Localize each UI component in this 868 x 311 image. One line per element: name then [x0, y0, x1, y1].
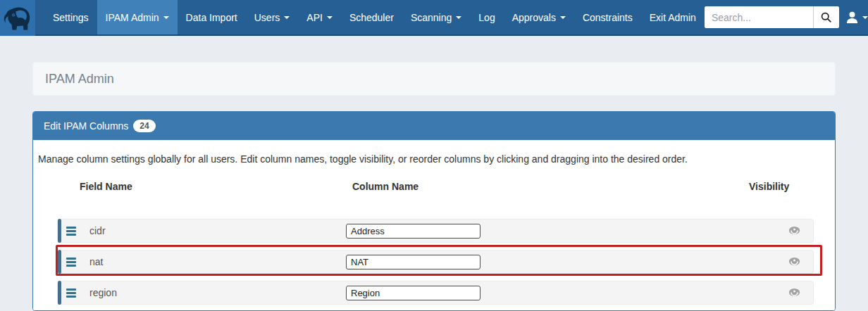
eye-visibility-icon[interactable] [788, 226, 800, 235]
field-name-label: cidr [89, 225, 106, 236]
column-row-nat[interactable]: nat [57, 250, 814, 274]
user-icon [845, 11, 859, 24]
row-wrap-region: region [57, 281, 814, 305]
search-input[interactable] [705, 6, 813, 28]
search-button[interactable] [813, 6, 839, 28]
nav-item-scanning[interactable]: Scanning [402, 0, 470, 34]
drag-handle-icon[interactable] [66, 288, 76, 298]
header-visibility: Visibility [749, 181, 789, 192]
field-name-label: nat [89, 256, 103, 267]
nav-item-settings[interactable]: Settings [44, 0, 97, 34]
phpipam-elephant-logo[interactable] [0, 0, 35, 36]
row-wrap-cidr: cidr [57, 219, 814, 243]
column-name-input-cidr[interactable] [346, 224, 480, 239]
column-row-region[interactable]: region [57, 281, 814, 305]
elephant-icon [3, 5, 32, 32]
nav-item-approvals[interactable]: Approvals [504, 0, 574, 34]
nav-item-log[interactable]: Log [470, 0, 503, 34]
header-column-name: Column Name [352, 181, 418, 192]
column-rows-list: cidr [57, 219, 814, 311]
page-title: IPAM Admin [33, 72, 114, 87]
nav-item-users[interactable]: Users [246, 0, 299, 34]
search-icon [820, 11, 832, 23]
nav-item-exit-admin[interactable]: Exit Admin [641, 0, 705, 34]
nav-item-constraints[interactable]: Constraints [574, 0, 641, 34]
row-wrap-nat: nat [57, 250, 814, 274]
column-name-input-region[interactable] [346, 286, 480, 300]
page-header: IPAM Admin [32, 62, 836, 96]
row-accent-bar [58, 281, 61, 305]
nav-links: Settings IPAM Admin Data Import Users AP… [44, 0, 705, 34]
nav-item-scheduler[interactable]: Scheduler [341, 0, 402, 34]
page-content: IPAM Admin Edit IPAM Columns 24 Manage c… [0, 62, 868, 311]
panel-title: Edit IPAM Columns [44, 120, 128, 132]
row-accent-bar [58, 250, 61, 274]
user-menu[interactable] [845, 11, 868, 24]
drag-handle-icon[interactable] [66, 257, 76, 267]
eye-visibility-icon[interactable] [788, 257, 800, 266]
column-name-input-nat[interactable] [346, 255, 480, 269]
nav-item-ipam-admin[interactable]: IPAM Admin [97, 0, 178, 34]
panel-header: Edit IPAM Columns 24 [33, 112, 835, 140]
panel-description: Manage column settings globally for all … [38, 153, 828, 165]
nav-item-api[interactable]: API [298, 0, 341, 34]
search-group [705, 6, 839, 28]
table-header-row: Field Name Column Name Visibility [33, 181, 835, 192]
field-name-label: region [89, 287, 117, 298]
navbar-right [705, 0, 868, 34]
panel-body: Manage column settings globally for all … [33, 140, 835, 310]
row-accent-bar [58, 219, 61, 243]
chevron-down-icon [862, 16, 868, 19]
top-navbar: Settings IPAM Admin Data Import Users AP… [0, 0, 868, 36]
edit-ipam-columns-panel: Edit IPAM Columns 24 Manage column setti… [32, 111, 836, 311]
eye-visibility-icon[interactable] [788, 288, 800, 297]
header-field-name: Field Name [80, 181, 132, 192]
column-count-badge: 24 [133, 120, 155, 132]
drag-handle-icon[interactable] [66, 226, 76, 236]
nav-item-data-import[interactable]: Data Import [178, 0, 246, 34]
column-row-cidr[interactable]: cidr [57, 219, 814, 243]
